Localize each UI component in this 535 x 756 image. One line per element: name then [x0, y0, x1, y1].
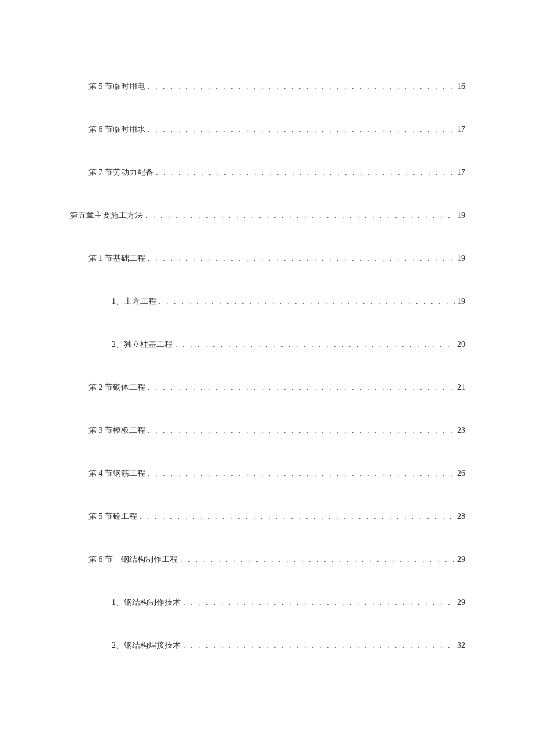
toc-entry-title: 第 6 节临时用水	[88, 124, 145, 135]
toc-leader-dots	[175, 340, 455, 349]
toc-entry-title: 第 5 节砼工程	[88, 511, 137, 522]
toc-entry-title: 2、独立柱基工程	[112, 339, 173, 350]
toc-entry-page: 29	[457, 555, 465, 564]
toc-entry: 1、钢结构制作技术29	[70, 597, 465, 608]
toc-entry-title: 第 4 节钢筋工程	[88, 468, 145, 479]
toc-entry: 第 4 节钢筋工程26	[70, 468, 465, 479]
toc-entry-page: 23	[457, 426, 465, 435]
toc-entry: 第五章主要施工方法19	[70, 210, 465, 221]
toc-entry-page: 29	[457, 598, 465, 607]
toc-entry-title: 第 5 节临时用电	[88, 81, 145, 92]
toc-entry-page: 28	[457, 512, 465, 521]
toc-leader-dots	[180, 555, 455, 564]
toc-entry: 第 5 节砼工程28	[70, 511, 465, 522]
toc-entry-page: 17	[457, 168, 465, 177]
toc-leader-dots	[148, 125, 455, 134]
toc-leader-dots	[148, 254, 455, 263]
toc-entry: 第 6 节 钢结构制作工程29	[70, 554, 465, 565]
toc-entry-title: 第 1 节基础工程	[88, 253, 145, 264]
toc-entry-title: 第 2 节砌体工程	[88, 382, 145, 393]
toc-entry: 第 1 节基础工程19	[70, 253, 465, 264]
toc-entry: 第 5 节临时用电16	[70, 81, 465, 92]
toc-entry-page: 19	[457, 254, 465, 263]
toc-entry-title: 第五章主要施工方法	[70, 210, 143, 221]
toc-entry: 第 3 节模板工程23	[70, 425, 465, 436]
toc-entry: 2、独立柱基工程20	[70, 339, 465, 350]
toc-entry-page: 19	[457, 211, 465, 220]
toc-leader-dots	[148, 469, 455, 478]
toc-entry-title: 第 3 节模板工程	[88, 425, 145, 436]
toc-leader-dots	[183, 598, 455, 607]
toc-leader-dots	[148, 82, 455, 91]
toc-entry-page: 26	[457, 469, 465, 478]
toc-leader-dots	[183, 641, 455, 650]
toc-entry-page: 32	[457, 641, 465, 650]
toc-leader-dots	[140, 512, 455, 521]
table-of-contents: 第 5 节临时用电16第 6 节临时用水17第 7 节劳动力配备17第五章主要施…	[70, 81, 465, 651]
toc-leader-dots	[156, 168, 455, 177]
toc-entry-page: 19	[457, 297, 465, 306]
toc-entry-page: 21	[457, 383, 465, 392]
toc-entry-title: 1、钢结构制作技术	[112, 597, 181, 608]
toc-entry: 第 6 节临时用水17	[70, 124, 465, 135]
toc-entry: 1、土方工程19	[70, 296, 465, 307]
toc-leader-dots	[145, 211, 455, 220]
toc-leader-dots	[148, 383, 455, 392]
toc-entry-title: 第 6 节 钢结构制作工程	[88, 554, 178, 565]
toc-entry-page: 20	[457, 340, 465, 349]
toc-entry: 第 7 节劳动力配备17	[70, 167, 465, 178]
toc-entry: 第 2 节砌体工程21	[70, 382, 465, 393]
toc-leader-dots	[148, 426, 455, 435]
toc-entry-title: 第 7 节劳动力配备	[88, 167, 154, 178]
toc-entry-page: 17	[457, 125, 465, 134]
toc-leader-dots	[159, 297, 455, 306]
toc-entry-page: 16	[457, 82, 465, 91]
toc-entry-title: 1、土方工程	[112, 296, 156, 307]
toc-entry-title: 2、钢结构焊接技术	[112, 640, 181, 651]
toc-entry: 2、钢结构焊接技术32	[70, 640, 465, 651]
